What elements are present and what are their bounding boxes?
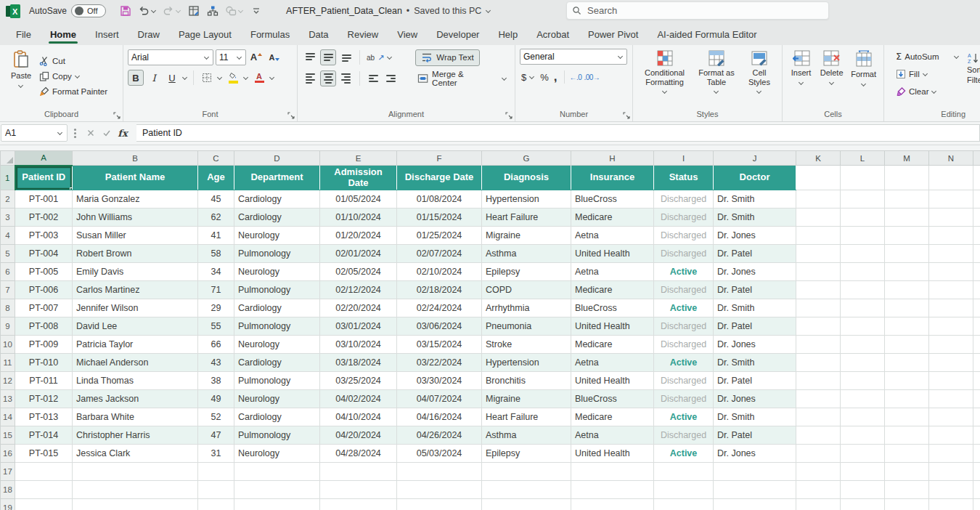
- cell[interactable]: [885, 317, 929, 336]
- cell[interactable]: 01/25/2024: [397, 227, 482, 245]
- autosum-button[interactable]: ΣAutoSum: [894, 49, 976, 64]
- cell[interactable]: [973, 481, 980, 499]
- alignment-dialog-launcher[interactable]: [505, 112, 513, 119]
- cell[interactable]: 04/07/2024: [397, 390, 482, 408]
- cell[interactable]: [929, 372, 973, 390]
- cell[interactable]: [841, 445, 885, 463]
- cell[interactable]: Hypertension: [482, 190, 571, 209]
- cell[interactable]: 45: [198, 190, 234, 209]
- cell[interactable]: [841, 463, 885, 481]
- cell[interactable]: Cardiology: [234, 190, 320, 209]
- row-header-2[interactable]: 2: [1, 190, 15, 209]
- cell[interactable]: [841, 281, 885, 299]
- cell[interactable]: Discharged: [654, 336, 714, 354]
- cell[interactable]: PT-008: [15, 317, 73, 336]
- customize-quick-access-button[interactable]: [248, 2, 264, 20]
- cell[interactable]: 03/10/2024: [320, 336, 397, 354]
- cell[interactable]: [397, 499, 482, 510]
- cell[interactable]: Susan Miller: [73, 227, 198, 245]
- align-bottom-button[interactable]: [338, 49, 354, 65]
- cell[interactable]: Dr. Patel: [714, 245, 796, 263]
- cell[interactable]: PT-014: [15, 426, 73, 445]
- cell[interactable]: Medicare: [571, 408, 654, 426]
- cell[interactable]: [796, 245, 841, 263]
- font-name-select[interactable]: Arial: [128, 49, 213, 65]
- cell[interactable]: Aetna: [571, 354, 654, 372]
- cell[interactable]: [320, 463, 397, 481]
- cell[interactable]: Pneumonia: [482, 317, 571, 336]
- header-cell-status[interactable]: Status: [654, 166, 714, 190]
- cell[interactable]: Active: [654, 354, 714, 372]
- bold-button[interactable]: B: [128, 70, 144, 86]
- cell[interactable]: [714, 463, 796, 481]
- cell[interactable]: Christopher Harris: [73, 426, 198, 445]
- cell[interactable]: 04/02/2024: [320, 390, 397, 408]
- cell[interactable]: [885, 390, 929, 408]
- row-header-1[interactable]: 1: [1, 166, 15, 190]
- cell[interactable]: [841, 354, 885, 372]
- row-header-8[interactable]: 8: [1, 299, 15, 317]
- cell[interactable]: Active: [654, 408, 714, 426]
- tab-ai-aided-formula-editor[interactable]: AI-aided Formula Editor: [648, 25, 765, 45]
- insert-cells-button[interactable]: Insert: [787, 49, 815, 108]
- cell[interactable]: PT-002: [15, 209, 73, 227]
- cell[interactable]: Hypertension: [482, 354, 571, 372]
- cell[interactable]: [929, 317, 973, 336]
- cell[interactable]: United Health: [571, 445, 654, 463]
- row-header-19[interactable]: 19: [1, 499, 15, 510]
- header-cell-patient-id[interactable]: Patient ID: [15, 166, 73, 190]
- cell[interactable]: Dr. Patel: [714, 426, 796, 445]
- cell[interactable]: [841, 408, 885, 426]
- cell[interactable]: [796, 426, 841, 445]
- cell[interactable]: [15, 481, 73, 499]
- cell[interactable]: Pulmonology: [234, 245, 320, 263]
- tab-data[interactable]: Data: [300, 25, 337, 45]
- column-header-C[interactable]: C: [198, 151, 234, 166]
- align-center-button[interactable]: [320, 70, 336, 86]
- align-top-button[interactable]: [302, 49, 318, 65]
- decrease-font-button[interactable]: A: [266, 49, 282, 65]
- row-header-7[interactable]: 7: [1, 281, 15, 299]
- cell[interactable]: 02/24/2024: [397, 299, 482, 317]
- cell[interactable]: [973, 499, 980, 510]
- select-all-button[interactable]: [1, 151, 15, 166]
- cell[interactable]: Dr. Jones: [714, 445, 796, 463]
- cell[interactable]: [885, 336, 929, 354]
- cell[interactable]: COPD: [482, 281, 571, 299]
- cell[interactable]: [714, 499, 796, 510]
- cell[interactable]: Discharged: [654, 245, 714, 263]
- row-header-14[interactable]: 14: [1, 408, 15, 426]
- cell[interactable]: [796, 336, 841, 354]
- cell[interactable]: Migraine: [482, 227, 571, 245]
- font-color-button[interactable]: A: [251, 70, 267, 86]
- cell[interactable]: [929, 481, 973, 499]
- cell[interactable]: [929, 408, 973, 426]
- quick-access-shapes-button[interactable]: [224, 2, 245, 20]
- cell[interactable]: [929, 299, 973, 317]
- cell[interactable]: Discharged: [654, 426, 714, 445]
- cell[interactable]: [654, 481, 714, 499]
- cell[interactable]: 04/26/2024: [397, 426, 482, 445]
- cell[interactable]: [841, 227, 885, 245]
- align-right-button[interactable]: [338, 70, 354, 86]
- cell[interactable]: [796, 499, 841, 510]
- cell[interactable]: [929, 463, 973, 481]
- header-cell-age[interactable]: Age: [198, 166, 234, 190]
- cell[interactable]: [929, 209, 973, 227]
- cell[interactable]: [796, 481, 841, 499]
- cell[interactable]: Discharged: [654, 317, 714, 336]
- cell[interactable]: 62: [198, 209, 234, 227]
- clear-button[interactable]: Clear: [894, 84, 976, 99]
- name-box[interactable]: A1: [1, 124, 68, 142]
- column-header-G[interactable]: G: [482, 151, 571, 166]
- cell[interactable]: United Health: [571, 372, 654, 390]
- italic-button[interactable]: I: [146, 70, 162, 86]
- search-box[interactable]: [566, 1, 829, 20]
- cell[interactable]: BlueCross: [571, 299, 654, 317]
- cell-styles-button[interactable]: Cell Styles: [741, 49, 777, 108]
- orientation-button[interactable]: ab↗: [365, 52, 394, 63]
- cell[interactable]: PT-006: [15, 281, 73, 299]
- cell[interactable]: [841, 336, 885, 354]
- cell[interactable]: [482, 499, 571, 510]
- cell[interactable]: 04/10/2024: [320, 408, 397, 426]
